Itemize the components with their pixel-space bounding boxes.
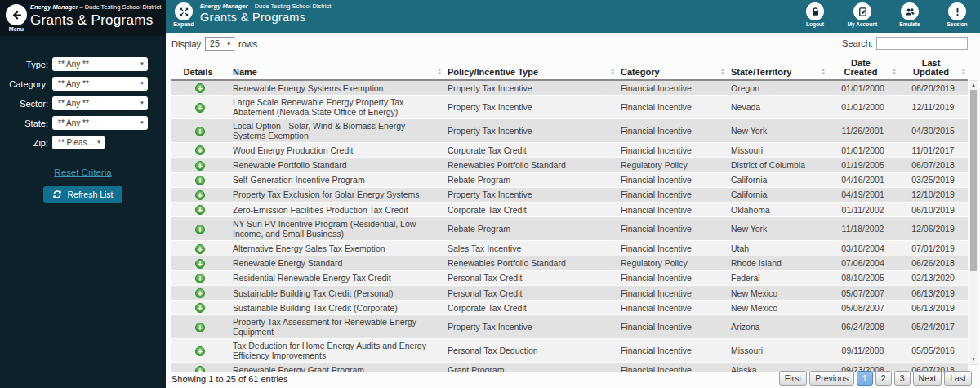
sort-icon [610,68,615,75]
pagination-button-previous[interactable]: Previous [809,371,854,386]
expand-row-icon[interactable] [195,366,205,372]
search-input[interactable] [876,37,968,50]
column-header-state[interactable]: State/Territory [727,57,827,80]
table-row[interactable]: Zero-Emission Facilities Production Tax … [172,203,968,217]
pagination-button-3[interactable]: 3 [894,371,911,386]
scrollbar-thumb[interactable] [970,90,977,271]
policy-type-cell: Sales Tax Incentive [443,241,617,256]
search-control: Search: [842,37,968,50]
expand-row-icon[interactable] [195,83,205,93]
last-updated-cell: 07/01/2019 [898,241,968,256]
expand-row-icon[interactable] [195,303,205,313]
table-row[interactable]: Wood Energy Production Credit Corporate … [172,143,968,158]
pagination-button-2[interactable]: 2 [875,371,892,386]
category-cell: Financial Incentive [617,143,727,158]
category-cell: Regulatory Policy [617,256,727,270]
expand-row-icon[interactable] [195,127,205,136]
last-updated-cell: 11/01/2017 [898,143,968,158]
expand-row-icon[interactable] [195,190,205,200]
table-row[interactable]: Property Tax Exclusion for Solar Energy … [172,187,968,202]
expand-row-icon[interactable] [195,161,205,171]
topbar-app-name: Energy Manager [200,2,247,10]
date-created-cell: 09/11/2008 [827,339,898,363]
filter-row-state: State: ** Any ** [0,116,166,130]
sector-select[interactable]: ** Any ** [52,96,148,110]
table-row[interactable]: Renewable Energy Systems Exemption Prope… [172,80,968,96]
scroll-up-icon[interactable] [969,81,978,90]
pagination-button-last[interactable]: Last [944,371,972,386]
table-row[interactable]: Residential Renewable Energy Tax Credit … [172,270,968,285]
table-row[interactable]: Self-Generation Incentive Program Rebate… [172,172,968,187]
sort-icon [821,68,826,75]
expand-row-icon[interactable] [195,259,205,269]
state-cell: California [727,172,827,187]
expand-icon [175,2,193,20]
pagination-button-next[interactable]: Next [913,371,942,386]
expand-row-icon[interactable] [195,176,205,185]
expand-row-icon[interactable] [195,205,205,215]
table-row[interactable]: Alternative Energy Sales Tax Exemption S… [172,241,968,256]
expand-row-icon[interactable] [195,225,205,234]
lock-icon [806,2,824,20]
zip-filter-label: Zip: [0,138,52,148]
sort-icon [437,68,442,75]
column-header-last-updated[interactable]: Last Updated [898,57,968,80]
category-cell: Financial Incentive [617,217,727,241]
category-select[interactable]: ** Any ** [52,77,148,91]
table-row[interactable]: Large Scale Renewable Energy Property Ta… [172,96,968,119]
zip-select[interactable]: ** Pleas.... [52,136,105,149]
vertical-scrollbar[interactable] [969,80,978,365]
pagination-button-1[interactable]: 1 [857,371,873,386]
expand-row-icon[interactable] [195,323,205,332]
table-row[interactable]: NY-Sun PV Incentive Program (Residential… [172,217,968,241]
last-updated-cell: 03/25/2019 [898,172,968,187]
column-header-policy-type[interactable]: Policy/Incentive Type [443,57,617,80]
last-updated-cell: 05/05/2016 [898,339,968,363]
expand-row-icon[interactable] [195,103,205,113]
column-header-category[interactable]: Category [617,57,727,80]
category-cell: Financial Incentive [617,187,727,202]
table-row[interactable]: Renewable Portfolio Standard Renewables … [172,158,968,172]
column-header-date-created[interactable]: Date Created [827,57,898,80]
program-name-cell: Self-Generation Incentive Program [229,172,443,187]
pagination-button-first[interactable]: First [779,371,807,386]
rows-per-page-select[interactable]: 25 [205,37,234,51]
scroll-down-icon[interactable] [969,355,978,364]
last-updated-cell: 06/13/2019 [898,285,968,300]
policy-type-cell: Corporate Tax Credit [443,143,617,158]
refresh-list-label: Refresh List [67,190,113,199]
menu-button[interactable]: Menu [4,4,29,32]
expand-row-icon[interactable] [195,288,205,298]
column-header-name[interactable]: Name [229,57,443,80]
clipboard-icon [853,2,871,20]
policy-type-cell: Corporate Tax Credit [443,203,617,217]
expand-button[interactable]: Expand [170,2,198,27]
category-select-value: ** Any ** [58,79,89,88]
table-row[interactable]: Sustainable Building Tax Credit (Persona… [172,285,968,300]
grants-table: Details Name Policy/Incentive Type Categ… [172,57,968,372]
session-button[interactable]: Session [939,2,975,27]
pagination: FirstPrevious123NextLast [779,371,972,386]
sidebar: Menu Energy Manager – Dude Testing Schoo… [0,0,166,388]
logout-button[interactable]: Logout [797,2,833,27]
rows-suffix-label: rows [238,39,257,49]
grants-table-container: Details Name Policy/Incentive Type Categ… [172,57,968,372]
table-row[interactable]: Renewable Energy Standard Renewables Por… [172,256,968,270]
refresh-list-button[interactable]: Refresh List [43,186,122,203]
expand-row-icon[interactable] [195,274,205,283]
reset-criteria-link[interactable]: Reset Criteria [0,167,166,177]
table-row[interactable]: Tax Deduction for Home Energy Audits and… [172,339,968,363]
expand-row-icon[interactable] [195,244,205,254]
table-row[interactable]: Local Option - Solar, Wind & Biomass Ene… [172,119,968,143]
expand-row-icon[interactable] [195,346,205,356]
state-select[interactable]: ** Any ** [52,116,148,130]
category-cell: Financial Incentive [617,315,727,339]
program-name-cell: Residential Renewable Energy Tax Credit [229,270,443,285]
type-select[interactable]: ** Any ** [52,57,148,71]
table-row[interactable]: Sustainable Building Tax Credit (Corpora… [172,301,968,315]
table-row[interactable]: Property Tax Assessment for Renewable En… [172,315,968,339]
expand-row-icon[interactable] [195,145,205,155]
state-cell: Nevada [727,96,827,119]
my-account-button[interactable]: My Account [844,2,880,27]
emulate-button[interactable]: Emulate [892,2,928,27]
